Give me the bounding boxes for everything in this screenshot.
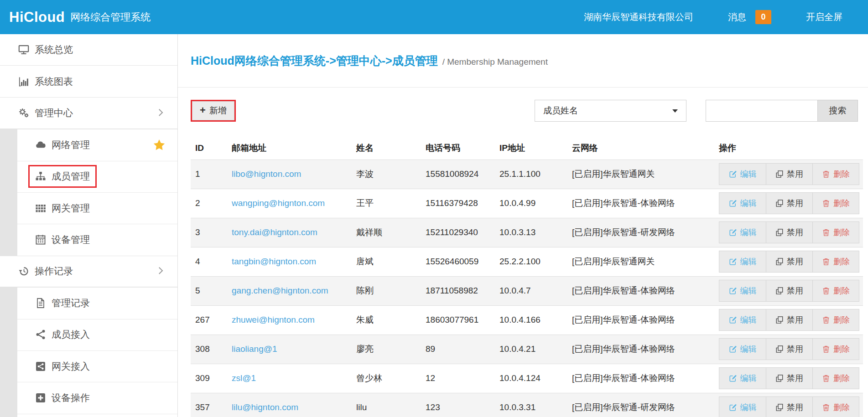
filter-select[interactable]: 成员姓名 xyxy=(535,100,686,122)
sidebar-item-system-overview[interactable]: 系统总览 xyxy=(0,34,177,66)
search-button[interactable]: 搜索 xyxy=(818,100,858,122)
plus-icon: + xyxy=(200,105,206,115)
sidebar-item-management-records[interactable]: 管理记录 xyxy=(0,287,177,319)
sidebar-item-gateway-access[interactable]: 网关接入 xyxy=(0,350,177,382)
company-menu[interactable]: 湖南华辰智通科技有限公司 xyxy=(570,11,693,23)
email-link[interactable]: tangbin@hignton.com xyxy=(232,257,316,266)
desktop-icon xyxy=(18,44,29,55)
email-link[interactable]: liaoliang@1 xyxy=(232,344,277,354)
delete-button-label: 删除 xyxy=(833,285,850,296)
edit-button[interactable]: 编辑 xyxy=(719,251,766,272)
fullscreen-label: 开启全屏 xyxy=(806,11,842,23)
sidebar-item-partial xyxy=(0,414,177,417)
sidebar-item-device-operations[interactable]: 设备操作 xyxy=(0,382,177,413)
edit-button[interactable]: 编辑 xyxy=(719,339,766,360)
edit-icon xyxy=(729,316,737,324)
email-link[interactable]: tony.dai@hignton.com xyxy=(232,227,317,237)
cell-actions: 编辑禁用删除 xyxy=(714,393,863,417)
disable-button[interactable]: 禁用 xyxy=(766,193,812,214)
topbar: HiCloud 网络综合管理系统 湖南华辰智通科技有限公司 消息 0 开启全屏 xyxy=(0,0,868,34)
cell-network: [已启用]华辰智通-体验网络 xyxy=(567,335,714,364)
edit-button[interactable]: 编辑 xyxy=(719,164,766,185)
disable-button-label: 禁用 xyxy=(787,169,803,180)
column-header: 邮箱地址 xyxy=(227,137,352,160)
fullscreen-toggle[interactable]: 开启全屏 xyxy=(792,11,842,23)
cell-email: wangping@hignton.com xyxy=(227,189,352,218)
disable-button[interactable]: 禁用 xyxy=(766,368,812,389)
share-square-icon xyxy=(35,361,46,372)
email-link[interactable]: lilu@hignton.com xyxy=(232,402,298,412)
clone-icon xyxy=(775,287,784,295)
edit-button[interactable]: 编辑 xyxy=(719,193,766,214)
table-row: 1libo@hignton.com李波1558100892425.1.1.100… xyxy=(191,160,863,189)
search-group: 搜索 xyxy=(706,100,858,122)
cell-ip: 10.0.4.21 xyxy=(495,335,567,364)
cell-ip: 10.0.4.99 xyxy=(495,189,567,218)
sidebar-item-member-management[interactable]: 成员管理 xyxy=(0,161,177,192)
disable-button[interactable]: 禁用 xyxy=(766,280,812,301)
edit-icon xyxy=(729,374,737,382)
edit-button-label: 编辑 xyxy=(740,314,757,325)
cell-phone: 15116379428 xyxy=(421,189,495,218)
cell-phone: 15211029340 xyxy=(421,218,495,247)
email-link[interactable]: gang.chen@hignton.com xyxy=(232,286,328,295)
edit-button[interactable]: 编辑 xyxy=(719,280,766,301)
sidebar-item-label: 管理中心 xyxy=(35,107,73,119)
sidebar-item-management-center[interactable]: 管理中心 xyxy=(0,98,177,129)
disable-button-label: 禁用 xyxy=(787,314,803,325)
cell-network: [已启用]华辰智通-体验网络 xyxy=(567,276,714,305)
cell-actions: 编辑禁用删除 xyxy=(714,364,863,393)
email-link[interactable]: zhuwei@hignton.com xyxy=(232,315,315,324)
sidebar-item-network-management[interactable]: 网络管理 xyxy=(0,129,177,160)
delete-button[interactable]: 删除 xyxy=(812,309,859,330)
cell-actions: 编辑禁用删除 xyxy=(714,189,863,218)
delete-button[interactable]: 删除 xyxy=(812,280,859,301)
sidebar-item-gateway-management[interactable]: 网关管理 xyxy=(0,192,177,224)
topbar-right: 湖南华辰智通科技有限公司 消息 0 开启全屏 xyxy=(570,10,842,24)
cell-name: 戴祥顺 xyxy=(352,218,421,247)
column-header: ID xyxy=(191,137,227,160)
delete-button-label: 删除 xyxy=(833,344,850,355)
delete-button[interactable]: 删除 xyxy=(812,339,859,360)
disable-button[interactable]: 禁用 xyxy=(766,222,812,243)
email-link[interactable]: libo@hignton.com xyxy=(232,169,301,179)
cell-ip: 10.0.3.31 xyxy=(495,393,567,417)
delete-button[interactable]: 删除 xyxy=(812,164,859,185)
disable-button[interactable]: 禁用 xyxy=(766,397,812,417)
delete-button[interactable]: 删除 xyxy=(812,193,859,214)
main-content: HiCloud网络综合管理系统->管理中心->成员管理/ Membership … xyxy=(178,34,868,417)
sidebar-item-member-access[interactable]: 成员接入 xyxy=(0,319,177,350)
delete-button-label: 删除 xyxy=(833,402,850,413)
sitemap-icon xyxy=(35,171,46,182)
edit-button[interactable]: 编辑 xyxy=(719,368,766,389)
email-link[interactable]: wangping@hignton.com xyxy=(232,198,325,208)
edit-button[interactable]: 编辑 xyxy=(719,309,766,330)
breadcrumb-title: HiCloud网络综合管理系统->管理中心->成员管理 xyxy=(191,54,438,67)
sidebar-item-system-charts[interactable]: 系统图表 xyxy=(0,66,177,97)
edit-button[interactable]: 编辑 xyxy=(719,397,766,417)
email-link[interactable]: zsl@1 xyxy=(232,373,256,383)
trash-icon xyxy=(822,345,830,353)
delete-button[interactable]: 删除 xyxy=(812,251,859,272)
disable-button[interactable]: 禁用 xyxy=(766,309,812,330)
disable-button[interactable]: 禁用 xyxy=(766,164,812,185)
disable-button[interactable]: 禁用 xyxy=(766,339,812,360)
delete-button[interactable]: 删除 xyxy=(812,397,859,417)
delete-button[interactable]: 删除 xyxy=(812,222,859,243)
edit-button[interactable]: 编辑 xyxy=(719,222,766,243)
table-body: 1libo@hignton.com李波1558100892425.1.1.100… xyxy=(191,160,863,417)
messages-menu[interactable]: 消息 0 xyxy=(714,10,771,24)
disable-button-label: 禁用 xyxy=(787,373,803,384)
delete-button[interactable]: 删除 xyxy=(812,368,859,389)
search-input[interactable] xyxy=(706,100,818,122)
add-button[interactable]: + 新增 xyxy=(192,101,234,120)
disable-button-label: 禁用 xyxy=(787,198,803,209)
edit-icon xyxy=(729,170,737,178)
sidebar-item-operation-records[interactable]: 操作记录 xyxy=(0,256,177,287)
sidebar-item-inner: 设备管理 xyxy=(28,228,97,251)
breadcrumb: HiCloud网络综合管理系统->管理中心->成员管理/ Membership … xyxy=(191,53,548,68)
disable-button[interactable]: 禁用 xyxy=(766,251,812,272)
sidebar-item-device-management[interactable]: 设备管理 xyxy=(0,224,177,255)
cell-ip: 10.0.3.13 xyxy=(495,218,567,247)
table-row: 2wangping@hignton.com王平1511637942810.0.4… xyxy=(191,189,863,218)
